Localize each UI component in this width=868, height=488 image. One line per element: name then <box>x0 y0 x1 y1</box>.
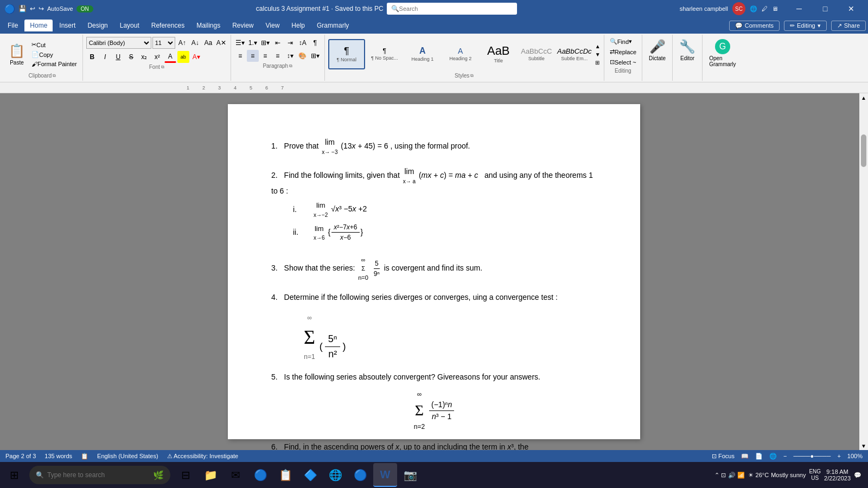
font-expand[interactable]: ⧉ <box>161 65 164 70</box>
style-no-space[interactable]: ¶ ¶ No Spac... <box>366 39 403 69</box>
replace-button[interactable]: ⇄ Replace <box>608 47 639 56</box>
underline-button[interactable]: U <box>112 51 124 63</box>
scroll-up-button[interactable]: ▲ <box>859 93 868 102</box>
find-button[interactable]: 🔍 Find ▾ <box>608 37 639 46</box>
styles-down-button[interactable]: ▼ <box>595 52 601 57</box>
system-tray[interactable]: ⌃ ⊡ 🔊 📶 <box>714 472 744 479</box>
align-right-button[interactable]: ≡ <box>259 50 271 62</box>
clipboard-expand[interactable]: ⧉ <box>53 73 56 79</box>
text-color-button[interactable]: A <box>164 51 176 63</box>
change-case-button[interactable]: Aa <box>202 37 214 49</box>
style-heading1[interactable]: A Heading 1 <box>404 39 441 69</box>
share-button[interactable]: ↗ Share <box>831 21 866 31</box>
taskbar-app-word[interactable]: W <box>373 463 397 487</box>
decrease-font-button[interactable]: A↓ <box>189 37 201 49</box>
bullets-button[interactable]: ☰▾ <box>234 37 246 49</box>
language-indicator[interactable]: ENGUS <box>809 468 821 481</box>
taskbar-app-onenote[interactable]: 🔵 <box>248 463 272 487</box>
numbering-button[interactable]: 1.▾ <box>247 37 259 49</box>
globe-icon[interactable]: 🌐 <box>750 5 757 12</box>
justify-button[interactable]: ≡ <box>272 50 284 62</box>
styles-expand[interactable]: ⧉ <box>470 73 474 79</box>
sort-button[interactable]: ↕A <box>297 37 309 49</box>
title-search-input[interactable] <box>399 5 513 12</box>
weather-widget[interactable]: ☀ 26°C Mostly sunny <box>748 472 806 479</box>
italic-button[interactable]: I <box>99 51 111 63</box>
menu-mailings[interactable]: Mailings <box>191 20 226 31</box>
menu-help[interactable]: Help <box>286 20 310 31</box>
increase-font-button[interactable]: A↑ <box>176 37 188 49</box>
scroll-thumb[interactable] <box>861 134 866 167</box>
taskbar-app-mail[interactable]: ✉ <box>224 463 247 487</box>
font-name-select[interactable]: Calibri (Body) <box>86 37 151 49</box>
styles-more-button[interactable]: ⊞ <box>595 60 601 66</box>
document-area[interactable]: ▲ ▼ 1. Prove that lim x→ −3 (13x + 45) =… <box>0 93 868 450</box>
bold-button[interactable]: B <box>86 51 98 63</box>
document-page[interactable]: 1. Prove that lim x→ −3 (13x + 45) = 6 ,… <box>228 104 640 439</box>
style-title[interactable]: AaB Title <box>480 39 517 69</box>
align-left-button[interactable]: ≡ <box>234 50 246 62</box>
decrease-indent-button[interactable]: ⇤ <box>272 37 284 49</box>
superscript-button[interactable]: x² <box>151 51 163 63</box>
pen-icon[interactable]: 🖊 <box>762 5 768 12</box>
zoom-slider[interactable]: ────●──── <box>793 453 831 459</box>
grammarly-button[interactable]: G OpenGrammarly <box>706 37 739 69</box>
cut-button[interactable]: ✂ Cut <box>29 40 79 49</box>
start-button[interactable]: ⊞ <box>2 463 26 487</box>
language[interactable]: English (United States) <box>97 453 158 459</box>
borders-button[interactable]: ⊞▾ <box>309 50 321 62</box>
undo-icon[interactable]: ↩ <box>30 5 35 12</box>
clock[interactable]: 9:18 AM 2/22/2023 <box>824 468 851 481</box>
taskbar-app-taskview[interactable]: ⊟ <box>174 463 197 487</box>
dictate-button[interactable]: 🎤 Dictate <box>646 37 669 63</box>
comments-button[interactable]: 💬 Comments <box>729 21 780 31</box>
menu-home[interactable]: Home <box>24 20 53 31</box>
style-subtle-em[interactable]: AaBbCcDc Subtle Em... <box>556 39 593 69</box>
shading-button[interactable]: 🎨 <box>297 50 309 62</box>
style-heading2[interactable]: A Heading 2 <box>442 39 479 69</box>
style-normal[interactable]: ¶ ¶ Normal <box>328 39 365 69</box>
format-painter-button[interactable]: 🖌 Format Painter <box>29 60 79 68</box>
redo-icon[interactable]: ↪ <box>39 5 44 12</box>
taskbar-app-chrome[interactable]: 🔵 <box>348 463 372 487</box>
menu-review[interactable]: Review <box>227 20 259 31</box>
strikethrough-button[interactable]: S <box>125 51 137 63</box>
taskbar-app-explorer[interactable]: 📁 <box>199 463 222 487</box>
vertical-scrollbar[interactable]: ▲ ▼ <box>859 93 868 450</box>
paste-button[interactable]: 📋 Paste <box>5 41 28 68</box>
menu-grammarly[interactable]: Grammarly <box>311 20 354 31</box>
read-mode-button[interactable]: 📖 <box>741 453 749 460</box>
display-icon[interactable]: 🖥 <box>772 5 778 12</box>
accessibility[interactable]: ⚠ Accessibility: Investigate <box>167 453 239 460</box>
menu-references[interactable]: References <box>146 20 190 31</box>
editor-button[interactable]: 🔧 Editor <box>676 37 699 63</box>
close-button[interactable]: ✕ <box>839 0 864 17</box>
save-icon[interactable]: 💾 <box>18 5 27 12</box>
font-color-button[interactable]: A▾ <box>190 51 202 63</box>
menu-design[interactable]: Design <box>82 20 113 31</box>
multilevel-button[interactable]: ⊞▾ <box>259 37 271 49</box>
menu-file[interactable]: File <box>2 20 23 31</box>
scroll-down-button[interactable]: ▼ <box>859 441 868 450</box>
copy-button[interactable]: 📄 Copy <box>29 50 79 59</box>
style-subtitle[interactable]: AaBbCcC Subtitle <box>518 39 555 69</box>
taskbar-search-input[interactable] <box>47 471 150 479</box>
increase-indent-button[interactable]: ⇥ <box>284 37 296 49</box>
subscript-button[interactable]: x₂ <box>138 51 150 63</box>
editing-button[interactable]: ✏ Editing ▾ <box>784 21 827 31</box>
taskbar-app-edge[interactable]: 🌐 <box>323 463 347 487</box>
show-formatting-button[interactable]: ¶ <box>309 37 321 49</box>
line-spacing-button[interactable]: ↕▾ <box>284 50 296 62</box>
taskbar-app-azure[interactable]: 🔷 <box>298 463 322 487</box>
clear-format-button[interactable]: A✕ <box>215 37 227 49</box>
focus-button[interactable]: ⊡ Focus <box>712 453 735 460</box>
paragraph-expand[interactable]: ⧉ <box>289 63 292 69</box>
minimize-button[interactable]: ─ <box>787 0 812 17</box>
font-size-select[interactable]: 11 <box>152 37 175 49</box>
title-search-bar[interactable]: 🔍 <box>387 3 517 15</box>
highlight-button[interactable]: ab <box>177 51 189 63</box>
select-button[interactable]: ⊡ Select ~ <box>608 57 639 67</box>
taskbar-app-clipboard[interactable]: 📋 <box>273 463 297 487</box>
align-center-button[interactable]: ≡ <box>247 50 259 62</box>
taskbar-search-bar[interactable]: 🔍 🌿 <box>29 466 170 484</box>
